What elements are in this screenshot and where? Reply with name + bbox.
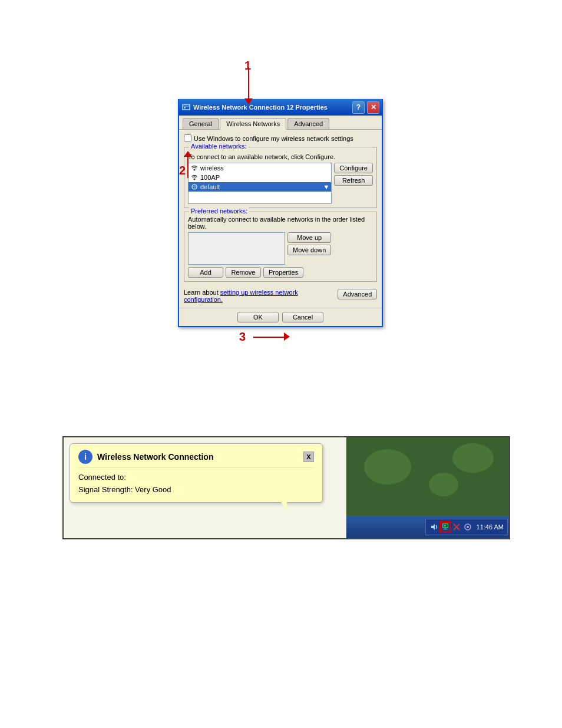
svg-text:?: ? [193, 185, 196, 189]
preferred-desc: Automatically connect to available netwo… [188, 216, 373, 230]
tab-general[interactable]: General [183, 118, 219, 129]
annotation-3-number: 3 [239, 330, 246, 344]
remove-button[interactable]: Remove [226, 267, 261, 278]
security-tray-icon[interactable] [463, 522, 472, 532]
preferred-content: Move up Move down [188, 232, 373, 265]
tooltip-header: i Wireless Network Connection X [78, 450, 314, 468]
svg-point-15 [467, 526, 469, 528]
network-list[interactable]: wireless 100AP [188, 163, 332, 204]
use-windows-label: Use Windows to configure my wireless net… [194, 135, 353, 142]
dialog-titlebar: Wireless Network Connection 12 Propertie… [179, 99, 382, 116]
svg-point-3 [194, 169, 196, 171]
svg-rect-2 [184, 107, 186, 108]
systray: 11:46 AM [425, 519, 508, 535]
tooltip-box: i Wireless Network Connection X Connecte… [70, 443, 323, 503]
annotation-1-arrow-line [248, 68, 249, 100]
advanced-button[interactable]: Advanced [338, 289, 377, 299]
info-icon: i [78, 450, 92, 464]
100ap-icon [190, 173, 199, 182]
svg-marker-7 [431, 524, 435, 530]
tab-wireless-networks[interactable]: Wireless Networks [220, 118, 286, 130]
properties-button[interactable]: Properties [263, 267, 303, 278]
refresh-button[interactable]: Refresh [334, 175, 373, 186]
move-down-button[interactable]: Move down [287, 245, 331, 255]
learn-row: Learn about setting up wireless network … [184, 289, 338, 303]
tooltip-tail [281, 502, 287, 510]
preferred-networks-label: Preferred networks: [189, 207, 249, 215]
annotation-2-number: 2 [179, 164, 186, 177]
tooltip-title: Wireless Network Connection [97, 452, 213, 462]
tab-advanced[interactable]: Advanced [287, 118, 329, 129]
tab-bar: General Wireless Networks Advanced [179, 116, 382, 129]
tooltip-body: Connected to: Signal Strength: Very Good [78, 472, 314, 496]
annotation-3-arrow-line [253, 337, 286, 338]
learn-text: Learn about [184, 289, 220, 296]
grass-spot-2 [429, 473, 458, 496]
desktop-area: 11:46 AM [346, 437, 510, 538]
close-button[interactable]: ✕ [367, 101, 379, 114]
network-tray-wrapper [441, 522, 450, 532]
tooltip-area: i Wireless Network Connection X Connecte… [64, 437, 346, 538]
network-item-100ap[interactable]: 100AP [189, 173, 331, 182]
network-item-wireless[interactable]: wireless [189, 163, 331, 173]
annotation-3-arrowhead [284, 332, 290, 341]
bottom-buttons: Add Remove Properties [188, 267, 373, 278]
speakers-tray-icon[interactable] [429, 522, 439, 532]
tooltip-line1: Connected to: [78, 472, 314, 484]
configure-button[interactable]: Configure [334, 163, 373, 173]
grass-spot-1 [364, 449, 411, 485]
add-button[interactable]: Add [188, 267, 223, 278]
screenshot2: i Wireless Network Connection X Connecte… [62, 436, 510, 539]
available-content: wireless 100AP [188, 163, 373, 204]
properties-dialog: Wireless Network Connection 12 Propertie… [178, 99, 383, 327]
preferred-networks-section: Preferred networks: Automatically connec… [184, 212, 377, 282]
help-button[interactable]: ? [352, 101, 365, 114]
annotation-2-arrowhead [184, 151, 192, 157]
learn-advanced-row: Learn about setting up wireless network … [184, 285, 377, 303]
available-side-buttons: Configure Refresh [334, 163, 373, 186]
grass-spot-3 [452, 443, 494, 473]
annotation-2-arrow-line [187, 156, 189, 178]
network-name-wireless: wireless [200, 164, 224, 172]
use-windows-checkbox[interactable] [184, 134, 191, 142]
available-networks-section: Available networks: To connect to an ava… [184, 147, 377, 208]
dialog-body: Use Windows to configure my wireless net… [179, 129, 382, 308]
network-list-area: wireless 100AP [188, 163, 332, 204]
taskbar: 11:46 AM [346, 516, 510, 538]
wireless-icon [190, 164, 199, 172]
available-networks-label: Available networks: [189, 143, 249, 150]
clock: 11:46 AM [477, 523, 504, 531]
disconnect-tray-icon[interactable] [452, 522, 461, 532]
dialog-footer: OK Cancel [179, 308, 382, 326]
dialog-title-icon [181, 103, 191, 112]
cancel-button[interactable]: Cancel [282, 312, 323, 322]
preferred-side-buttons: Move up Move down [287, 232, 331, 255]
dialog-title-text: Wireless Network Connection 12 Propertie… [193, 104, 350, 111]
move-up-button[interactable]: Move up [287, 232, 331, 243]
use-windows-checkbox-row: Use Windows to configure my wireless net… [184, 134, 377, 142]
default-icon: ? [190, 183, 199, 191]
dropdown-arrow: ▼ [323, 183, 329, 190]
network-icon-highlight [439, 521, 451, 533]
ok-button[interactable]: OK [237, 312, 279, 322]
preferred-list[interactable] [188, 232, 285, 265]
svg-rect-0 [183, 104, 190, 110]
available-desc: To connect to an available network, clic… [188, 153, 373, 160]
network-item-default[interactable]: ? default ▼ [189, 182, 331, 192]
network-name-default: default [200, 183, 220, 190]
tooltip-line2: Signal Strength: Very Good [78, 484, 314, 496]
svg-point-4 [194, 179, 196, 180]
network-name-100ap: 100AP [200, 174, 220, 181]
tooltip-close-button[interactable]: X [303, 452, 314, 462]
annotation-1-arrowhead [244, 98, 253, 104]
